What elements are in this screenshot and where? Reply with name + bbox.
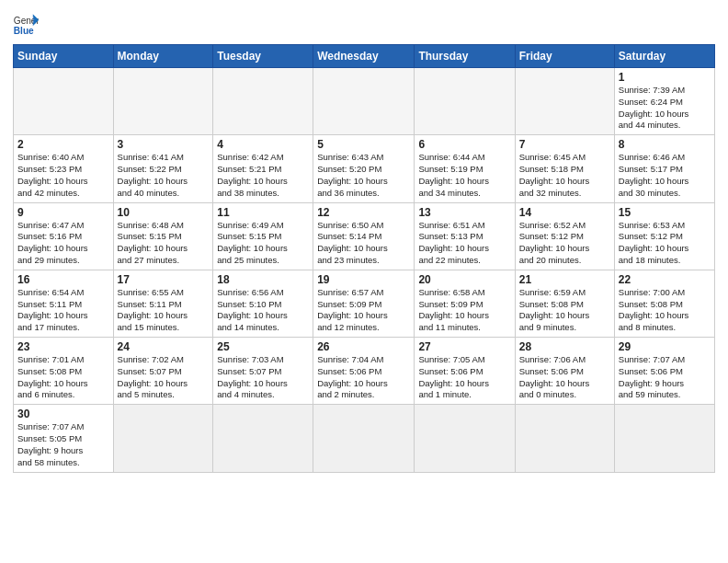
- calendar-day-cell: 9Sunrise: 6:47 AM Sunset: 5:16 PM Daylig…: [14, 202, 114, 270]
- calendar-day-cell: 27Sunrise: 7:05 AM Sunset: 5:06 PM Dayli…: [415, 338, 515, 405]
- calendar-day-cell: [213, 405, 313, 472]
- header: General Blue: [13, 9, 715, 39]
- day-number: 3: [118, 138, 210, 151]
- day-number: 2: [17, 138, 109, 151]
- day-info: Sunrise: 6:47 AM Sunset: 5:16 PM Dayligh…: [17, 220, 88, 265]
- day-info: Sunrise: 7:02 AM Sunset: 5:07 PM Dayligh…: [118, 354, 188, 399]
- day-number: 9: [17, 206, 109, 219]
- calendar-day-cell: 23Sunrise: 7:01 AM Sunset: 5:08 PM Dayli…: [14, 338, 114, 405]
- calendar-day-cell: 5Sunrise: 6:43 AM Sunset: 5:20 PM Daylig…: [313, 135, 415, 202]
- calendar-day-cell: [213, 68, 313, 135]
- calendar-day-cell: 4Sunrise: 6:42 AM Sunset: 5:21 PM Daylig…: [213, 135, 313, 202]
- day-number: 25: [217, 340, 309, 353]
- calendar-day-cell: 28Sunrise: 7:06 AM Sunset: 5:06 PM Dayli…: [515, 338, 614, 405]
- calendar-week-row: 9Sunrise: 6:47 AM Sunset: 5:16 PM Daylig…: [14, 202, 715, 270]
- day-info: Sunrise: 7:07 AM Sunset: 5:05 PM Dayligh…: [17, 421, 84, 466]
- day-info: Sunrise: 7:00 AM Sunset: 5:08 PM Dayligh…: [619, 287, 689, 332]
- calendar-day-cell: 30Sunrise: 7:07 AM Sunset: 5:05 PM Dayli…: [14, 405, 114, 472]
- calendar-day-cell: 22Sunrise: 7:00 AM Sunset: 5:08 PM Dayli…: [614, 270, 714, 337]
- calendar-day-cell: 25Sunrise: 7:03 AM Sunset: 5:07 PM Dayli…: [213, 338, 313, 405]
- day-number: 28: [519, 340, 610, 353]
- day-info: Sunrise: 7:01 AM Sunset: 5:08 PM Dayligh…: [17, 354, 88, 399]
- day-info: Sunrise: 6:55 AM Sunset: 5:11 PM Dayligh…: [118, 287, 188, 332]
- calendar-week-row: 23Sunrise: 7:01 AM Sunset: 5:08 PM Dayli…: [14, 338, 715, 405]
- day-info: Sunrise: 6:51 AM Sunset: 5:13 PM Dayligh…: [418, 220, 489, 265]
- calendar-day-cell: [415, 68, 515, 135]
- calendar-day-cell: 29Sunrise: 7:07 AM Sunset: 5:06 PM Dayli…: [614, 338, 714, 405]
- calendar-day-cell: 17Sunrise: 6:55 AM Sunset: 5:11 PM Dayli…: [113, 270, 213, 337]
- calendar-week-row: 30Sunrise: 7:07 AM Sunset: 5:05 PM Dayli…: [14, 405, 715, 472]
- weekday-header-monday: Monday: [113, 45, 213, 68]
- calendar-day-cell: [313, 68, 415, 135]
- day-number: 26: [317, 340, 410, 353]
- calendar-day-cell: 7Sunrise: 6:45 AM Sunset: 5:18 PM Daylig…: [515, 135, 614, 202]
- day-info: Sunrise: 6:58 AM Sunset: 5:09 PM Dayligh…: [418, 287, 489, 332]
- calendar-day-cell: [113, 68, 213, 135]
- day-info: Sunrise: 6:44 AM Sunset: 5:19 PM Dayligh…: [418, 152, 489, 197]
- weekday-header-friday: Friday: [515, 45, 614, 68]
- day-info: Sunrise: 6:42 AM Sunset: 5:21 PM Dayligh…: [217, 152, 288, 197]
- day-number: 8: [619, 138, 711, 151]
- day-number: 22: [619, 273, 711, 286]
- day-number: 30: [17, 408, 109, 420]
- day-number: 5: [317, 138, 410, 151]
- weekday-header-saturday: Saturday: [614, 45, 714, 68]
- calendar-day-cell: [415, 405, 515, 472]
- day-number: 10: [118, 206, 210, 219]
- calendar-page: General Blue SundayMondayTuesdayWednesda…: [0, 0, 728, 563]
- calendar-day-cell: 12Sunrise: 6:50 AM Sunset: 5:14 PM Dayli…: [313, 202, 415, 270]
- weekday-header-thursday: Thursday: [415, 45, 515, 68]
- calendar-day-cell: 19Sunrise: 6:57 AM Sunset: 5:09 PM Dayli…: [313, 270, 415, 337]
- calendar-day-cell: [14, 68, 114, 135]
- calendar-day-cell: 11Sunrise: 6:49 AM Sunset: 5:15 PM Dayli…: [213, 202, 313, 270]
- day-number: 11: [217, 206, 309, 219]
- calendar-day-cell: 1Sunrise: 7:39 AM Sunset: 6:24 PM Daylig…: [614, 68, 714, 135]
- weekday-header-tuesday: Tuesday: [213, 45, 313, 68]
- day-number: 23: [17, 340, 109, 353]
- day-info: Sunrise: 6:50 AM Sunset: 5:14 PM Dayligh…: [317, 220, 388, 265]
- day-info: Sunrise: 6:57 AM Sunset: 5:09 PM Dayligh…: [317, 287, 388, 332]
- day-number: 18: [217, 273, 309, 286]
- weekday-header-wednesday: Wednesday: [313, 45, 415, 68]
- calendar-day-cell: 21Sunrise: 6:59 AM Sunset: 5:08 PM Dayli…: [515, 270, 614, 337]
- day-info: Sunrise: 7:05 AM Sunset: 5:06 PM Dayligh…: [418, 354, 489, 399]
- calendar-day-cell: 15Sunrise: 6:53 AM Sunset: 5:12 PM Dayli…: [614, 202, 714, 270]
- calendar-week-row: 2Sunrise: 6:40 AM Sunset: 5:23 PM Daylig…: [14, 135, 715, 202]
- day-number: 7: [519, 138, 610, 151]
- day-number: 6: [418, 138, 510, 151]
- calendar-day-cell: 14Sunrise: 6:52 AM Sunset: 5:12 PM Dayli…: [515, 202, 614, 270]
- day-info: Sunrise: 6:48 AM Sunset: 5:15 PM Dayligh…: [118, 220, 188, 265]
- calendar-header-row: SundayMondayTuesdayWednesdayThursdayFrid…: [14, 45, 715, 68]
- day-number: 14: [519, 206, 610, 219]
- day-info: Sunrise: 7:07 AM Sunset: 5:06 PM Dayligh…: [619, 354, 685, 399]
- day-info: Sunrise: 6:52 AM Sunset: 5:12 PM Dayligh…: [519, 220, 590, 265]
- day-number: 29: [619, 340, 711, 353]
- calendar-table: SundayMondayTuesdayWednesdayThursdayFrid…: [13, 44, 715, 473]
- generalblue-logo-icon: General Blue: [13, 13, 39, 39]
- day-number: 17: [118, 273, 210, 286]
- calendar-day-cell: 10Sunrise: 6:48 AM Sunset: 5:15 PM Dayli…: [113, 202, 213, 270]
- day-info: Sunrise: 6:59 AM Sunset: 5:08 PM Dayligh…: [519, 287, 590, 332]
- weekday-header-sunday: Sunday: [14, 45, 114, 68]
- calendar-day-cell: 16Sunrise: 6:54 AM Sunset: 5:11 PM Dayli…: [14, 270, 114, 337]
- calendar-day-cell: [515, 68, 614, 135]
- day-info: Sunrise: 6:56 AM Sunset: 5:10 PM Dayligh…: [217, 287, 288, 332]
- calendar-day-cell: [313, 405, 415, 472]
- day-number: 21: [519, 273, 610, 286]
- day-info: Sunrise: 7:06 AM Sunset: 5:06 PM Dayligh…: [519, 354, 590, 399]
- calendar-week-row: 16Sunrise: 6:54 AM Sunset: 5:11 PM Dayli…: [14, 270, 715, 337]
- calendar-day-cell: 20Sunrise: 6:58 AM Sunset: 5:09 PM Dayli…: [415, 270, 515, 337]
- calendar-day-cell: [113, 405, 213, 472]
- day-info: Sunrise: 6:53 AM Sunset: 5:12 PM Dayligh…: [619, 220, 689, 265]
- day-info: Sunrise: 6:43 AM Sunset: 5:20 PM Dayligh…: [317, 152, 388, 197]
- calendar-day-cell: 18Sunrise: 6:56 AM Sunset: 5:10 PM Dayli…: [213, 270, 313, 337]
- day-info: Sunrise: 6:41 AM Sunset: 5:22 PM Dayligh…: [118, 152, 188, 197]
- calendar-day-cell: 13Sunrise: 6:51 AM Sunset: 5:13 PM Dayli…: [415, 202, 515, 270]
- day-info: Sunrise: 6:45 AM Sunset: 5:18 PM Dayligh…: [519, 152, 590, 197]
- calendar-day-cell: 2Sunrise: 6:40 AM Sunset: 5:23 PM Daylig…: [14, 135, 114, 202]
- day-number: 16: [17, 273, 109, 286]
- day-info: Sunrise: 7:04 AM Sunset: 5:06 PM Dayligh…: [317, 354, 388, 399]
- day-number: 19: [317, 273, 410, 286]
- calendar-day-cell: 3Sunrise: 6:41 AM Sunset: 5:22 PM Daylig…: [113, 135, 213, 202]
- day-number: 20: [418, 273, 510, 286]
